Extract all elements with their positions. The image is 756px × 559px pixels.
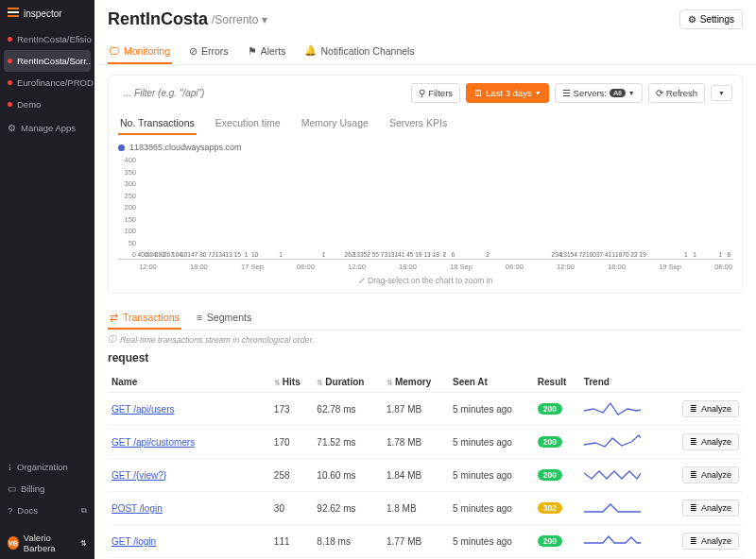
- chart-tab-0[interactable]: No. Transactions: [118, 112, 197, 135]
- subtab-icon: ⇄: [110, 312, 118, 323]
- tab-notification-channels[interactable]: 🔔Notification Channels: [302, 39, 416, 64]
- col-result[interactable]: Result: [534, 372, 580, 393]
- table-row: GET /api/users17362.78 ms1.87 MB5 minute…: [108, 393, 743, 426]
- stream-note: ⓘReal-time transactions stream in chrono…: [108, 334, 743, 346]
- brand[interactable]: inspector: [0, 0, 94, 26]
- chevron-down-icon: ▼: [535, 90, 541, 96]
- sidebar-app-1[interactable]: RentInCosta/Sorr...: [4, 50, 91, 72]
- analyze-icon: ≣: [690, 536, 697, 546]
- subtab-segments[interactable]: ≡Segments: [195, 307, 253, 330]
- analyze-button[interactable]: ≣Analyze: [682, 533, 739, 550]
- table-row: GET /{view?}25810.60 ms1.84 MB5 minutes …: [108, 459, 743, 492]
- sparkline: [584, 399, 641, 416]
- sidebar-app-0[interactable]: RentInCosta/Efisio: [0, 28, 94, 50]
- brand-name: inspector: [24, 8, 62, 19]
- analyze-icon: ≣: [690, 503, 697, 513]
- status-dot-icon: [8, 59, 12, 63]
- sparkline: [584, 532, 641, 549]
- status-badge: 200: [538, 535, 562, 547]
- chart-tabs: No. TransactionsExecution timeMemory Usa…: [118, 112, 732, 135]
- funnel-icon: ⚲: [419, 88, 425, 98]
- tab-monitoring[interactable]: 🖵Monitoring: [108, 39, 172, 64]
- txn-link[interactable]: GET /api/users: [112, 404, 175, 415]
- brand-logo-icon: [8, 8, 19, 19]
- sidebar-item-label: RentInCosta/Sorr...: [17, 56, 91, 66]
- manage-apps[interactable]: ⚙ Manage Apps: [0, 117, 94, 139]
- info-icon: ⓘ: [108, 334, 116, 346]
- sidebar-item-label: RentInCosta/Efisio: [17, 34, 92, 44]
- status-dot-icon: [8, 80, 12, 85]
- sidebar-billing[interactable]: ▭Billing: [0, 478, 94, 500]
- server-icon: ☰: [562, 88, 571, 98]
- sidebar-docs[interactable]: ?Docs⧉: [0, 500, 94, 521]
- breadcrumb[interactable]: /Sorrento ▾: [212, 13, 267, 26]
- chart-tab-3[interactable]: Servers KPIs: [387, 112, 449, 135]
- monitor-icon: 🖵: [110, 45, 120, 57]
- txn-link[interactable]: GET /api/customers: [112, 437, 195, 448]
- sidebar-organization[interactable]: ⫶Organization: [0, 456, 94, 478]
- card-icon: ▭: [8, 483, 16, 494]
- subtab-transactions[interactable]: ⇄Transactions: [108, 307, 181, 330]
- sidebar-app-2[interactable]: Eurofinance/PROD: [0, 72, 94, 93]
- tab-alerts[interactable]: ⚑Alerts: [246, 39, 288, 64]
- analyze-button[interactable]: ≣Analyze: [682, 433, 739, 450]
- chart-tab-1[interactable]: Execution time: [214, 112, 283, 135]
- main: RentInCosta /Sorrento ▾ ⚙ Settings 🖵Moni…: [94, 0, 756, 559]
- refresh-dropdown[interactable]: ▼: [711, 85, 732, 101]
- servers-button[interactable]: ☰Servers: All▼: [555, 83, 643, 103]
- table-row: POST /login3092.62 ms1.8 MB5 minutes ago…: [108, 492, 743, 525]
- status-badge: 200: [538, 403, 562, 415]
- filter-input[interactable]: [118, 83, 405, 103]
- external-icon: ⧉: [81, 506, 87, 516]
- gear-icon: ⚙: [688, 14, 696, 25]
- txn-link[interactable]: POST /login: [112, 503, 163, 514]
- monitoring-card: ⚲Filters 🗓Last 3 days▼ ☰Servers: All▼ ⟳R…: [108, 75, 743, 294]
- analyze-button[interactable]: ≣Analyze: [682, 466, 739, 483]
- avatar: VB: [8, 536, 19, 550]
- sparkline: [584, 499, 641, 516]
- txn-link[interactable]: GET /{view?}: [112, 470, 166, 481]
- col-trend: Trend: [580, 372, 662, 393]
- doc-icon: ?: [8, 505, 12, 516]
- page-title: RentInCosta: [108, 9, 208, 29]
- tab-errors[interactable]: ⊘Errors: [187, 39, 231, 64]
- main-tabs: 🖵Monitoring⊘Errors⚑Alerts🔔Notification C…: [94, 35, 756, 65]
- status-dot-icon: [8, 102, 12, 107]
- status-badge: 200: [538, 469, 562, 481]
- subtabs: ⇄Transactions≡Segments: [108, 307, 743, 330]
- col-name[interactable]: Name: [108, 372, 270, 393]
- col-duration[interactable]: ⇅Duration: [313, 372, 383, 393]
- col-memory[interactable]: ⇅Memory: [383, 372, 449, 393]
- analyze-icon: ≣: [690, 437, 697, 447]
- chevron-down-icon: ▼: [718, 90, 725, 96]
- section-title: request: [108, 351, 743, 364]
- analyze-button[interactable]: ≣Analyze: [682, 400, 739, 417]
- filters-button[interactable]: ⚲Filters: [411, 83, 460, 103]
- user-name: Valerio Barbera: [24, 533, 76, 553]
- status-badge: 200: [538, 436, 562, 448]
- txn-link[interactable]: GET /login: [112, 536, 156, 547]
- bug-icon: ⊘: [189, 45, 198, 57]
- sparkline: [584, 432, 641, 449]
- manage-apps-label: Manage Apps: [21, 123, 76, 133]
- sidebar-app-3[interactable]: Demo: [0, 93, 94, 115]
- analyze-icon: ≣: [690, 404, 697, 414]
- transactions-chart[interactable]: 400350300250200150100500 400384392267104…: [118, 156, 732, 260]
- filter-row: ⚲Filters 🗓Last 3 days▼ ☰Servers: All▼ ⟳R…: [118, 83, 732, 103]
- chevron-down-icon: ▼: [628, 90, 635, 96]
- settings-button[interactable]: ⚙ Settings: [679, 9, 743, 29]
- analyze-icon: ≣: [690, 470, 697, 480]
- updown-icon: ⇅: [80, 539, 87, 548]
- analyze-button[interactable]: ≣Analyze: [682, 500, 739, 517]
- refresh-button[interactable]: ⟳Refresh: [648, 83, 705, 103]
- sidebar-item-label: Demo: [17, 99, 41, 110]
- chart-tab-2[interactable]: Memory Usage: [300, 112, 370, 135]
- col-seen[interactable]: Seen At: [449, 372, 534, 393]
- table-row: GET /api/customers17071.52 ms1.78 MB5 mi…: [108, 426, 743, 459]
- user-menu[interactable]: VB Valerio Barbera ⇅: [0, 527, 94, 559]
- col-hits[interactable]: ⇅Hits: [270, 372, 313, 393]
- status-dot-icon: [8, 37, 12, 42]
- date-range-button[interactable]: 🗓Last 3 days▼: [466, 83, 549, 103]
- status-badge: 302: [538, 502, 562, 514]
- sparkline: [584, 466, 641, 483]
